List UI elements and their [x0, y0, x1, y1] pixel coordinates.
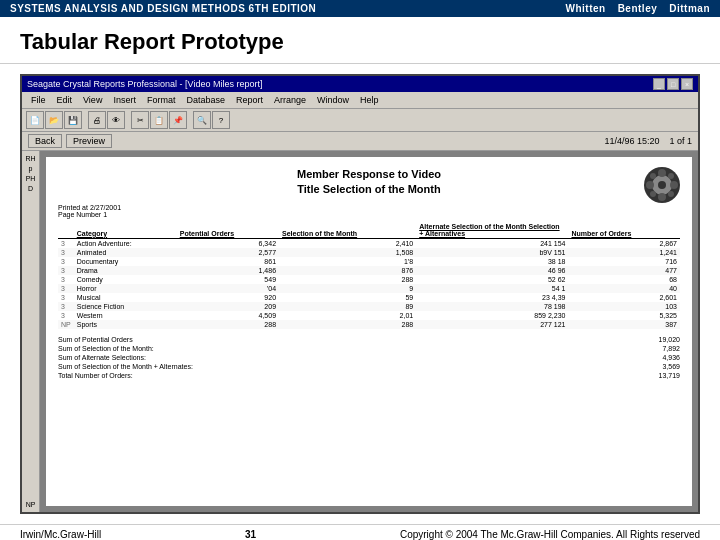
- col-num-header: [58, 222, 74, 239]
- svg-point-6: [670, 181, 678, 189]
- row-category: Sports: [74, 320, 177, 329]
- window-controls[interactable]: _ □ ×: [653, 78, 693, 90]
- minimize-button[interactable]: _: [653, 78, 665, 90]
- report-title-line1: Member Response to Video: [58, 167, 680, 182]
- row-category: Comedy: [74, 275, 177, 284]
- summary-alternate: Sum of Alternate Selections: 4,936: [58, 353, 680, 362]
- menu-arrange[interactable]: Arrange: [269, 94, 311, 106]
- report-sidebar: RH p PH D NP: [22, 151, 40, 512]
- row-potential: 549: [177, 275, 279, 284]
- row-category: Musical: [74, 293, 177, 302]
- menu-insert[interactable]: Insert: [108, 94, 141, 106]
- summary-total-value: 13,719: [630, 372, 680, 379]
- sidebar-ph: PH: [26, 175, 36, 182]
- menu-edit[interactable]: Edit: [52, 94, 78, 106]
- row-alternate: 46 96: [416, 266, 568, 275]
- toolbar: 📄 📂 💾 🖨 👁 ✂ 📋 📌 🔍 ?: [22, 109, 698, 132]
- toolbar-preview[interactable]: 👁: [107, 111, 125, 129]
- table-row: 3 Comedy 549 288 52 62 68: [58, 275, 680, 284]
- page-number: Page Number 1: [58, 211, 680, 218]
- svg-point-3: [658, 169, 666, 177]
- toolbar-copy[interactable]: 📋: [150, 111, 168, 129]
- table-row: 3 Animated 2,577 1,508 b9V 151 1,241: [58, 248, 680, 257]
- menu-help[interactable]: Help: [355, 94, 384, 106]
- table-row: 3 Horror '04 9 54 1 40: [58, 284, 680, 293]
- svg-point-8: [668, 191, 674, 197]
- row-potential: '04: [177, 284, 279, 293]
- window-title-bar: Seagate Crystal Reports Professional - […: [22, 76, 698, 92]
- toolbar-help[interactable]: ?: [212, 111, 230, 129]
- table-row: 3 Science Fiction 209 89 78 198 103: [58, 302, 680, 311]
- row-alternate: 78 198: [416, 302, 568, 311]
- maximize-button[interactable]: □: [667, 78, 679, 90]
- menu-database[interactable]: Database: [181, 94, 230, 106]
- row-selection: 89: [279, 302, 416, 311]
- row-selection: 1,508: [279, 248, 416, 257]
- toolbar-new[interactable]: 📄: [26, 111, 44, 129]
- footer-center: 31: [245, 529, 256, 540]
- row-selection: 876: [279, 266, 416, 275]
- footer-right: Copyright © 2004 The Mc.Graw-Hill Compan…: [400, 529, 700, 540]
- summary-combined: Sum of Selection of the Month + Alternat…: [58, 362, 680, 371]
- menu-window[interactable]: Window: [312, 94, 354, 106]
- row-num: 3: [58, 284, 74, 293]
- menu-view[interactable]: View: [78, 94, 107, 106]
- back-button[interactable]: Back: [28, 134, 62, 148]
- sidebar-p: p: [29, 165, 33, 172]
- summary-potential-value: 19,020: [630, 336, 680, 343]
- svg-point-9: [668, 173, 674, 179]
- nav-info: 11/4/96 15:20 1 of 1: [604, 136, 692, 146]
- menu-bar: File Edit View Insert Format Database Re…: [22, 92, 698, 109]
- col-category-header: Category: [74, 222, 177, 239]
- row-num: 3: [58, 302, 74, 311]
- page-title: Tabular Report Prototype: [0, 17, 720, 64]
- menu-report[interactable]: Report: [231, 94, 268, 106]
- row-num: 3: [58, 293, 74, 302]
- row-num: 3: [58, 266, 74, 275]
- row-potential: 4,509: [177, 311, 279, 320]
- row-category: Documentary: [74, 257, 177, 266]
- menu-format[interactable]: Format: [142, 94, 181, 106]
- report-body: RH p PH D NP: [22, 151, 698, 512]
- toolbar-open[interactable]: 📂: [45, 111, 63, 129]
- row-num: 3: [58, 275, 74, 284]
- page-info: 1 of 1: [669, 136, 692, 146]
- window-title: Seagate Crystal Reports Professional - […: [27, 79, 262, 89]
- col-potential-header: Potential Orders: [177, 222, 279, 239]
- row-num: 3: [58, 248, 74, 257]
- menu-file[interactable]: File: [26, 94, 51, 106]
- toolbar-paste[interactable]: 📌: [169, 111, 187, 129]
- row-num: 3: [58, 238, 74, 248]
- row-potential: 288: [177, 320, 279, 329]
- report-title-line2: Title Selection of the Month: [58, 182, 680, 197]
- toolbar-cut[interactable]: ✂: [131, 111, 149, 129]
- row-selection: 9: [279, 284, 416, 293]
- table-row: 3 Documentary 861 1'8 38 18 716: [58, 257, 680, 266]
- row-orders: 5,325: [568, 311, 680, 320]
- svg-point-4: [658, 193, 666, 201]
- datetime: 11/4/96 15:20: [604, 136, 659, 146]
- report-table: Category Potential Orders Selection of t…: [58, 222, 680, 329]
- toolbar-zoom[interactable]: 🔍: [193, 111, 211, 129]
- row-potential: 2,577: [177, 248, 279, 257]
- toolbar-print[interactable]: 🖨: [88, 111, 106, 129]
- close-button[interactable]: ×: [681, 78, 693, 90]
- nav-buttons[interactable]: Back Preview: [28, 134, 112, 148]
- preview-button[interactable]: Preview: [66, 134, 112, 148]
- toolbar-save[interactable]: 💾: [64, 111, 82, 129]
- row-alternate: 54 1: [416, 284, 568, 293]
- row-alternate: b9V 151: [416, 248, 568, 257]
- footer: Irwin/Mc.Graw-Hill 31 Copyright © 2004 T…: [0, 524, 720, 540]
- row-category: Horror: [74, 284, 177, 293]
- row-category: Animated: [74, 248, 177, 257]
- col-orders-header: Number of Orders: [568, 222, 680, 239]
- summary-section: Sum of Potential Orders 19,020 Sum of Se…: [58, 335, 680, 380]
- row-category: Science Fiction: [74, 302, 177, 311]
- row-selection: 1'8: [279, 257, 416, 266]
- nav-bar: Back Preview 11/4/96 15:20 1 of 1: [22, 132, 698, 151]
- printed-date: Printed at 2/27/2001: [58, 204, 680, 211]
- crystal-reports-window: Seagate Crystal Reports Professional - […: [20, 74, 700, 514]
- header-bar: SYSTEMS ANALYSIS AND DESIGN METHODS 6th …: [0, 0, 720, 17]
- row-selection: 288: [279, 320, 416, 329]
- summary-total: Total Number of Orders: 13,719: [58, 371, 680, 380]
